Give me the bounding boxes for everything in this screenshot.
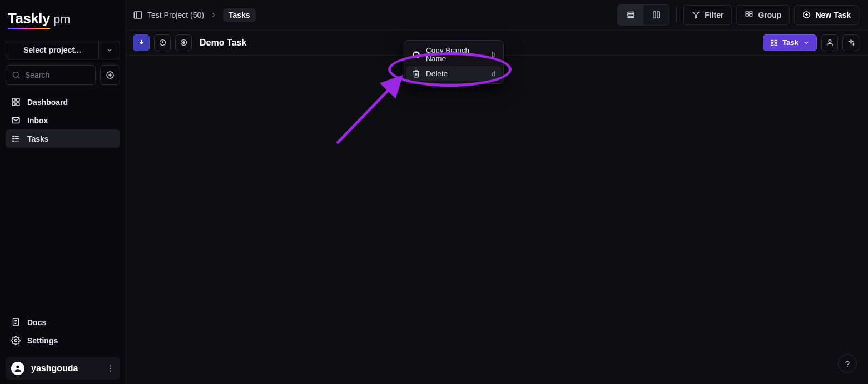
svg-rect-36 [750, 14, 752, 16]
main-nav: Dashboard Inbox Tasks [0, 91, 126, 150]
status-button[interactable] [154, 34, 171, 51]
svg-point-22 [110, 365, 111, 366]
filter-icon [692, 11, 700, 19]
context-item-label: Copy Branch Name [426, 46, 486, 63]
svg-point-24 [110, 371, 111, 372]
help-label: ? [845, 359, 850, 368]
plus-circle-icon [802, 11, 811, 19]
chevron-right-icon [210, 11, 217, 19]
svg-rect-45 [775, 40, 777, 42]
svg-point-43 [182, 42, 185, 44]
svg-point-48 [829, 40, 831, 43]
task-title: Demo Task [200, 38, 246, 48]
context-item-label: Delete [426, 69, 448, 78]
inbox-icon [11, 116, 21, 125]
breadcrumb-current[interactable]: Tasks [223, 8, 256, 22]
context-menu-delete[interactable]: Delete d [406, 66, 501, 81]
svg-point-21 [16, 366, 19, 368]
app-logo: Taskly pm [0, 4, 126, 33]
svg-rect-5 [12, 98, 15, 101]
nav-item-label: Inbox [27, 116, 48, 125]
search-icon [12, 71, 21, 79]
avatar-icon [11, 362, 24, 375]
group-button[interactable]: Group [736, 5, 790, 25]
user-menu[interactable]: yashgouda [6, 357, 120, 380]
project-select[interactable]: Select project... [6, 41, 120, 59]
github-icon [412, 51, 420, 59]
nav-item-label: Docs [27, 318, 46, 327]
task-type-label: Task [782, 38, 798, 47]
svg-rect-46 [771, 43, 773, 45]
svg-point-14 [13, 138, 14, 139]
list-view-button[interactable] [618, 5, 643, 25]
svg-point-0 [13, 72, 18, 77]
trash-icon [412, 69, 420, 78]
nav-item-label: Settings [27, 336, 58, 345]
breadcrumb-project[interactable]: Test Project (50) [147, 11, 204, 19]
panel-toggle-icon[interactable] [133, 10, 143, 20]
svg-rect-25 [134, 12, 142, 18]
search-input[interactable] [6, 65, 96, 85]
priority-button[interactable] [133, 34, 150, 51]
new-task-button[interactable]: New Task [794, 5, 859, 25]
nav-item-tasks[interactable]: Tasks [6, 129, 120, 148]
svg-rect-27 [628, 12, 634, 14]
breadcrumb: Test Project (50) Tasks [147, 8, 256, 22]
gear-icon [11, 336, 21, 345]
context-menu-copy-branch[interactable]: Copy Branch Name b [406, 43, 501, 66]
filter-label: Filter [705, 11, 723, 19]
svg-rect-6 [17, 98, 19, 101]
svg-rect-34 [750, 12, 752, 13]
svg-line-1 [18, 77, 19, 78]
context-menu: Copy Branch Name b Delete d [404, 40, 504, 84]
svg-rect-29 [628, 17, 634, 17]
add-button[interactable] [100, 65, 120, 85]
nav-item-label: Dashboard [27, 98, 68, 107]
record-button[interactable] [175, 34, 192, 51]
svg-rect-8 [17, 103, 19, 106]
sparkle-button[interactable] [842, 34, 859, 51]
sidebar: Taskly pm Select project... [0, 0, 126, 384]
task-type-icon [770, 39, 778, 47]
nav-item-inbox[interactable]: Inbox [6, 111, 120, 129]
task-type-button[interactable]: Task [763, 34, 817, 51]
new-task-label: New Task [815, 11, 851, 19]
svg-rect-33 [746, 12, 748, 13]
context-item-shortcut: d [492, 70, 495, 78]
svg-rect-35 [746, 14, 748, 16]
group-icon [745, 11, 753, 19]
context-item-shortcut: b [492, 51, 495, 58]
chevron-down-icon [803, 39, 810, 46]
svg-rect-31 [657, 12, 659, 18]
nav-item-label: Tasks [27, 134, 49, 143]
svg-point-20 [14, 339, 17, 341]
svg-rect-7 [12, 103, 15, 106]
svg-point-23 [110, 368, 111, 369]
svg-point-15 [13, 141, 14, 142]
logo-main: Taskly [8, 10, 50, 27]
tasks-icon [11, 134, 21, 143]
board-view-button[interactable] [643, 5, 669, 25]
search-field[interactable] [25, 71, 90, 79]
svg-marker-32 [693, 12, 699, 18]
group-label: Group [758, 11, 781, 19]
svg-point-13 [13, 136, 14, 137]
svg-rect-44 [771, 40, 773, 42]
svg-rect-30 [653, 12, 656, 18]
filter-button[interactable]: Filter [683, 5, 732, 25]
svg-rect-28 [628, 14, 634, 16]
chevron-down-icon[interactable] [99, 41, 120, 59]
nav-item-docs[interactable]: Docs [6, 313, 120, 331]
logo-sub: pm [53, 12, 71, 27]
help-button[interactable]: ? [838, 354, 857, 373]
svg-rect-47 [775, 43, 777, 45]
more-icon[interactable] [106, 364, 115, 373]
view-toggle [617, 4, 669, 26]
topbar: Test Project (50) Tasks Fi [126, 0, 868, 30]
nav-item-settings[interactable]: Settings [6, 331, 120, 350]
assignee-button[interactable] [821, 34, 838, 51]
nav-item-dashboard[interactable]: Dashboard [6, 93, 120, 111]
docs-icon [11, 317, 21, 327]
project-select-label[interactable]: Select project... [6, 41, 99, 59]
user-name: yashgouda [31, 363, 99, 373]
